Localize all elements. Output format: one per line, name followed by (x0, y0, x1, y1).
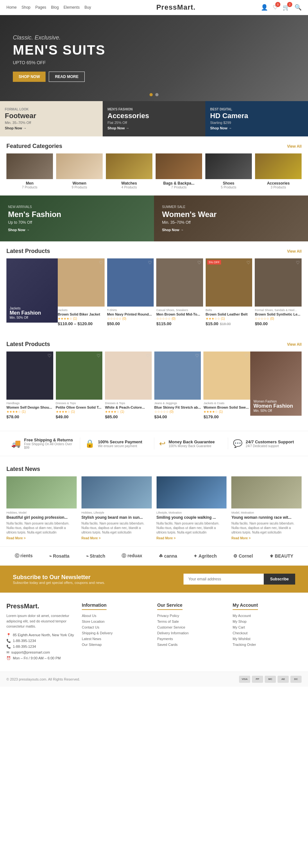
footer-link-news[interactable]: Latest News (82, 637, 151, 641)
category-shoes[interactable]: Shoes 5 Products (205, 153, 252, 189)
search-icon[interactable]: 🔍 (295, 4, 302, 11)
hero-dot-2[interactable] (155, 93, 159, 96)
footer-link-checkout[interactable]: Checkout (233, 631, 302, 635)
brand-6[interactable]: ✦ Agritech (194, 553, 216, 559)
news-read-more-3[interactable]: Read More > (157, 536, 227, 540)
news-card-1[interactable]: Hobbies, Model Beautiful girl posing pro… (6, 476, 77, 540)
product-card-w4[interactable]: ♡ Jeans & Jeggings Blue Skinny Fit Stret… (154, 351, 201, 421)
wishlist-icon-3[interactable]: ♡ (197, 260, 202, 265)
product-card-3[interactable]: ♡ Casual Shoes, Sneakers Men Brown Solid… (156, 258, 203, 328)
footer-link-payments[interactable]: Payments (157, 637, 226, 641)
hero-dot-1[interactable] (149, 93, 153, 96)
product-card-5[interactable]: ♡ Formal Shoes, Sandals & Heel... Brown … (255, 258, 302, 328)
category-women[interactable]: Women 9 Products (56, 153, 103, 189)
feature-payment: 🔒 100% Secure Payment We ensure secure p… (80, 437, 154, 450)
nav-shop[interactable]: Shop (22, 5, 31, 10)
nav-buy[interactable]: Buy (84, 5, 91, 10)
news-card-2[interactable]: Hobbies, Lifestyle Stylish young beard m… (81, 476, 152, 540)
product-card-w3[interactable]: ♡ Dresses & Tops White & Peach-Colore...… (105, 351, 152, 421)
product-card-1[interactable]: ♡ Jackets Brown Solid Biker Jacket ★★★★☆… (58, 258, 105, 328)
wishlist-icon-1[interactable]: ♡ (99, 260, 103, 265)
brand-5[interactable]: ☘ canna (159, 553, 177, 559)
promo-tag-2: Men's Fashion (107, 107, 201, 111)
wishlist-icon-w4[interactable]: ♡ (195, 353, 199, 358)
brand-4[interactable]: ⓪ reduax (122, 553, 142, 559)
footer-link-customer[interactable]: Customer Service (157, 625, 226, 629)
footer-link-saved-cards[interactable]: Saved Cards (157, 643, 226, 647)
footer-link-terms[interactable]: Terms of Sale (157, 620, 226, 623)
footer-link-my-account[interactable]: My Account (233, 614, 302, 618)
nav-home[interactable]: Home (6, 5, 17, 10)
user-icon[interactable]: 👤 (261, 4, 268, 11)
promo-link-1[interactable]: Shop Now → (5, 126, 98, 130)
category-accessories[interactable]: Accessories 3 Products (255, 153, 302, 189)
product-name-w3: White & Peach-Colore... (105, 405, 152, 409)
footer-link-about[interactable]: About Us (82, 614, 151, 618)
footer-link-sitemap[interactable]: Our Sitemap (82, 643, 151, 647)
wishlist-icon-5[interactable]: ♡ (296, 260, 300, 265)
footer-link-delivery[interactable]: Delivery Information (157, 631, 226, 635)
category-watches[interactable]: Watches 4 Products (106, 153, 152, 189)
price-new-w5: $179.00 (203, 414, 218, 419)
newsletter-subscribe-button[interactable]: Subscribe (264, 574, 295, 585)
footer-link-wishlist[interactable]: My Wishlist (233, 637, 302, 641)
fashion-link-men[interactable]: Shop Now → (8, 228, 146, 232)
category-bags[interactable]: Bags & Backpa... 7 Products (156, 153, 202, 189)
wishlist-icon-4[interactable]: ♡ (246, 260, 250, 265)
footer-link-contact[interactable]: Contact Us (82, 625, 151, 629)
news-card-4[interactable]: Model, Motivation Young woman running ra… (231, 476, 302, 540)
wishlist-icon-2[interactable]: ♡ (148, 260, 152, 265)
featured-product-women[interactable]: Women Fashion Women Fashion Min. 50% Off (250, 351, 302, 421)
view-all-products-2[interactable]: View All (287, 342, 302, 347)
footer-link-my-shop[interactable]: My Shop (233, 620, 302, 623)
wishlist-icon-w5[interactable]: ♡ (244, 353, 249, 358)
news-read-more-4[interactable]: Read More > (231, 536, 302, 540)
wishlist-icon[interactable]: ♡0 (273, 4, 278, 11)
footer-link-shipping[interactable]: Shipping & Delivery (82, 631, 151, 635)
footer-logo[interactable]: PressMart. (6, 602, 75, 610)
news-read-more-2[interactable]: Read More > (81, 536, 152, 540)
nav-pages[interactable]: Pages (35, 5, 46, 10)
footer-link-tracking[interactable]: Tracking Order (233, 643, 302, 647)
promo-link-3[interactable]: Shop Now → (210, 126, 303, 130)
fashion-banners-section: New Arrivals Men's Fashion Up to 70% Off… (0, 195, 308, 241)
featured-product-men[interactable]: Jackets Men Fashion Min. 50% Off (6, 258, 58, 328)
view-all-categories[interactable]: View All (287, 144, 302, 149)
view-all-products-1[interactable]: View All (287, 249, 302, 254)
newsletter-email-input[interactable] (183, 574, 264, 585)
brand-1[interactable]: ⓒ rients (15, 553, 33, 559)
fashion-link-women[interactable]: Shop Now → (162, 228, 300, 232)
nav-elements[interactable]: Elements (64, 5, 79, 10)
address-icon: 📍 (6, 633, 11, 637)
cart-icon[interactable]: 🛒2 (283, 4, 290, 11)
product-info-w3: Dresses & Tops White & Peach-Colore... ★… (105, 400, 152, 421)
brand-3[interactable]: ⌁ Stratch (86, 553, 105, 559)
promo-section: Formal Look Footwear Min. 35–70% Off Sho… (0, 101, 308, 136)
footer-link-privacy[interactable]: Privacy Policy (157, 614, 226, 618)
hero-read-button[interactable]: READ MORE (49, 71, 84, 82)
feature-moneyback-desc: 100% Money Back Guarantee (169, 444, 215, 448)
footer-link-my-cart[interactable]: My Cart (233, 625, 302, 629)
product-card-2[interactable]: ♡ T-Shirts Men Navy Printed Round... ☆☆☆… (107, 258, 154, 328)
wishlist-icon-w2[interactable]: ♡ (97, 353, 101, 358)
brand-7[interactable]: ⚙ Cornel (233, 553, 253, 559)
site-logo[interactable]: PressMart. (156, 3, 196, 11)
brand-2[interactable]: ⌁ Rosatta (49, 553, 69, 559)
news-read-more-1[interactable]: Read More > (6, 536, 77, 540)
newsletter-subtitle: Subscribe today and get special offers, … (13, 581, 105, 585)
hero-shop-button[interactable]: SHOP NOW (13, 71, 45, 82)
wishlist-icon-w1[interactable]: ♡ (47, 353, 52, 358)
brand-8[interactable]: ⚜ BEAUTY (270, 553, 293, 559)
product-card-w2[interactable]: ♡ Dresses & Tops Petite Olive Green Soli… (56, 351, 103, 421)
category-men[interactable]: Men 7 Products (6, 153, 53, 189)
footer-link-store[interactable]: Store Location (82, 620, 151, 623)
nav-blog[interactable]: Blog (51, 5, 59, 10)
product-image-w1: ♡ (6, 351, 53, 400)
promo-link-2[interactable]: Shop Now → (107, 126, 201, 130)
product-card-w5[interactable]: ♡ Jackets & Coats Women Brown Solid Swe.… (203, 351, 250, 421)
category-shoes-count: 5 Products (205, 186, 252, 189)
wishlist-icon-w3[interactable]: ♡ (146, 353, 150, 358)
news-card-3[interactable]: Lifestyle, Motivation Smiling young coup… (157, 476, 227, 540)
product-card-4[interactable]: ♡ 5% OFF Belts Brown Solid Leather Belt … (206, 258, 252, 328)
product-card-w1[interactable]: ♡ Handbags Women Self Design Shou... ★★★… (6, 351, 53, 421)
